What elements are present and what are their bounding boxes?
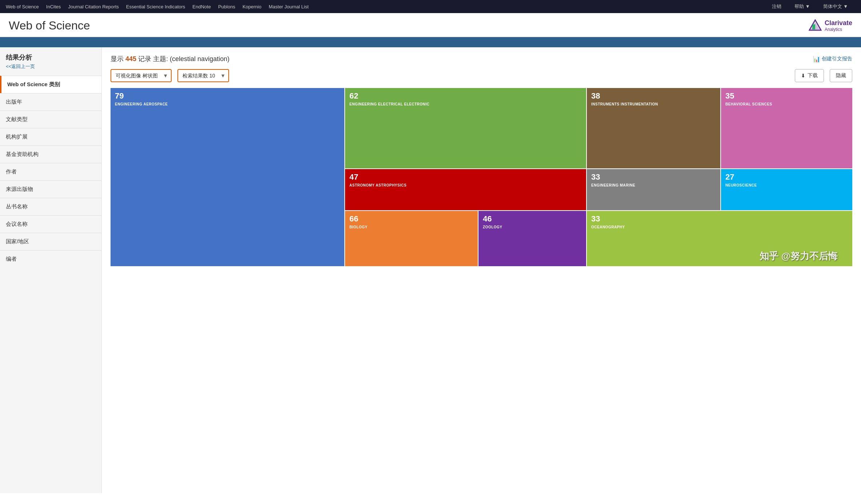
nav-journal-citation-reports[interactable]: Journal Citation Reports — [68, 4, 119, 9]
results-title: 显示 445 记录 主题: (celestial navigation) — [111, 55, 229, 63]
treemap: 79 ENGINEERING AEROSPACE 62 ENGINEERING … — [111, 88, 852, 266]
cell-label: ASTRONOMY ASTROPHYSICS — [349, 183, 582, 188]
cell-label: OCEANOGRAPHY — [591, 225, 848, 229]
visualization-dropdown[interactable]: 可视化图像 树状图 可视化图像 条形图 可视化图像 饼图 — [111, 69, 172, 82]
nav-incites[interactable]: InCites — [46, 4, 61, 9]
sidebar: 结果分析 <<返回上一页 Web of Science 类别 出版年 文献类型 … — [0, 47, 102, 493]
cell-number: 47 — [349, 173, 582, 181]
treemap-cell-engineering-marine[interactable]: 33 ENGINEERING MARINE — [587, 169, 720, 210]
treemap-cell-instruments[interactable]: 38 INSTRUMENTS INSTRUMENTATION — [587, 88, 720, 168]
page-header: Web of Science Clarivate Analytics — [0, 13, 861, 37]
nav-right-links: 注销 帮助 ▼ 简体中文 ▼ — [772, 3, 855, 10]
sidebar-item-label: 作者 — [6, 168, 17, 175]
sidebar-item-document-type[interactable]: 文献类型 — [0, 111, 101, 128]
results-suffix: 记录 主题: (celestial navigation) — [138, 55, 229, 63]
page-title: Web of Science — [9, 19, 90, 32]
top-navigation: Web of Science InCites Journal Citation … — [0, 0, 861, 13]
sidebar-item-label: 来源出版物 — [6, 186, 33, 193]
download-label: 下载 — [808, 72, 818, 79]
nav-help[interactable]: 帮助 ▼ — [794, 3, 810, 10]
sidebar-item-label: 国家/地区 — [6, 238, 29, 245]
treemap-cell-astronomy[interactable]: 47 ASTRONOMY ASTROPHYSICS — [345, 169, 586, 210]
sidebar-item-label: Web of Science 类别 — [7, 81, 60, 88]
sidebar-item-country[interactable]: 国家/地区 — [0, 233, 101, 250]
clarivate-text: Clarivate Analytics — [825, 19, 852, 32]
visualization-dropdown-wrapper: 可视化图像 树状图 可视化图像 条形图 可视化图像 饼图 ▼ — [111, 69, 172, 82]
sidebar-item-label: 基金资助机构 — [6, 151, 39, 158]
cell-label: ENGINEERING ELECTRICAL ELECTRONIC — [349, 102, 582, 107]
sidebar-back-link[interactable]: <<返回上一页 — [0, 63, 101, 76]
sidebar-item-label: 编者 — [6, 256, 17, 263]
nav-language[interactable]: 简体中文 ▼ — [823, 3, 848, 10]
main-content: 显示 445 记录 主题: (celestial navigation) 📊 创… — [102, 47, 861, 493]
cell-label: ENGINEERING AEROSPACE — [115, 102, 340, 107]
sidebar-item-label: 出版年 — [6, 99, 22, 105]
clarivate-logo-icon — [809, 19, 822, 32]
sidebar-item-author[interactable]: 作者 — [0, 163, 101, 180]
sidebar-title: 结果分析 — [0, 53, 101, 63]
cell-number: 33 — [591, 215, 848, 223]
cell-label: BEHAVIORAL SCIENCES — [725, 102, 848, 107]
sidebar-item-publication-year[interactable]: 出版年 — [0, 93, 101, 111]
clarivate-logo: Clarivate Analytics — [809, 19, 852, 32]
results-count-dropdown[interactable]: 检索结果数 5 检索结果数 10 检索结果数 25 检索结果数 50 — [177, 69, 229, 82]
cell-label: INSTRUMENTS INSTRUMENTATION — [591, 102, 716, 107]
treemap-cell-engineering-aerospace[interactable]: 79 ENGINEERING AEROSPACE — [111, 88, 344, 266]
nav-web-of-science[interactable]: Web of Science — [6, 4, 39, 9]
create-citation-report-link[interactable]: 📊 创建引文报告 — [813, 56, 852, 63]
treemap-cell-biology[interactable]: 66 BIOLOGY — [345, 211, 478, 266]
results-prefix: 显示 — [111, 55, 124, 63]
create-report-label: 创建引文报告 — [822, 56, 852, 62]
clarivate-brand: Clarivate — [825, 19, 852, 27]
nav-publons[interactable]: Publons — [218, 4, 235, 9]
nav-endnote[interactable]: EndNote — [192, 4, 211, 9]
sidebar-item-label: 会议名称 — [6, 221, 28, 228]
cell-number: 62 — [349, 92, 582, 100]
svg-rect-2 — [812, 24, 815, 29]
download-icon: ⬇ — [801, 73, 805, 79]
treemap-cell-oceanography[interactable]: 33 OCEANOGRAPHY — [587, 211, 852, 266]
sidebar-item-label: 文献类型 — [6, 116, 28, 123]
sidebar-item-wos-category[interactable]: Web of Science 类别 — [0, 76, 101, 93]
treemap-wrapper: 79 ENGINEERING AEROSPACE 62 ENGINEERING … — [111, 88, 852, 266]
cell-number: 27 — [725, 173, 848, 181]
cell-label: ZOOLOGY — [483, 225, 582, 229]
controls-row: 可视化图像 树状图 可视化图像 条形图 可视化图像 饼图 ▼ 检索结果数 5 检… — [111, 69, 852, 82]
cell-label: ENGINEERING MARINE — [591, 183, 716, 188]
clarivate-sub: Analytics — [825, 27, 852, 32]
nav-master-journal-list[interactable]: Master Journal List — [269, 4, 309, 9]
blue-divider-bar — [0, 37, 861, 47]
cell-label: BIOLOGY — [349, 225, 473, 229]
hide-button[interactable]: 隐藏 — [830, 69, 852, 82]
treemap-cell-engineering-electrical[interactable]: 62 ENGINEERING ELECTRICAL ELECTRONIC — [345, 88, 586, 168]
sidebar-item-source-publication[interactable]: 来源出版物 — [0, 180, 101, 198]
sidebar-item-label: 机构扩展 — [6, 133, 28, 140]
hide-label: 隐藏 — [836, 72, 846, 78]
cell-number: 35 — [725, 92, 848, 100]
nav-logout[interactable]: 注销 — [772, 3, 781, 10]
treemap-cell-neuroscience[interactable]: 27 NEUROSCIENCE — [721, 169, 852, 210]
sidebar-item-label: 丛书名称 — [6, 203, 28, 210]
sidebar-item-org-expanded[interactable]: 机构扩展 — [0, 128, 101, 145]
sidebar-item-editor[interactable]: 编者 — [0, 250, 101, 268]
cell-number: 33 — [591, 173, 716, 181]
treemap-cell-zoology[interactable]: 46 ZOOLOGY — [478, 211, 586, 266]
sidebar-item-funding-agency[interactable]: 基金资助机构 — [0, 145, 101, 163]
results-header: 显示 445 记录 主题: (celestial navigation) 📊 创… — [111, 55, 852, 63]
bar-chart-icon: 📊 — [813, 56, 820, 63]
cell-number: 46 — [483, 215, 582, 223]
sidebar-item-book-series[interactable]: 丛书名称 — [0, 198, 101, 215]
results-count-dropdown-wrapper: 检索结果数 5 检索结果数 10 检索结果数 25 检索结果数 50 ▼ — [177, 69, 229, 82]
sidebar-item-conference[interactable]: 会议名称 — [0, 215, 101, 233]
cell-number: 38 — [591, 92, 716, 100]
results-count: 445 — [125, 55, 136, 63]
treemap-cell-behavioral-sciences[interactable]: 35 BEHAVIORAL SCIENCES — [721, 88, 852, 168]
nav-kopernio[interactable]: Kopernio — [243, 4, 261, 9]
download-button[interactable]: ⬇ 下载 — [795, 69, 824, 82]
cell-number: 66 — [349, 215, 473, 223]
cell-label: NEUROSCIENCE — [725, 183, 848, 188]
main-layout: 结果分析 <<返回上一页 Web of Science 类别 出版年 文献类型 … — [0, 47, 861, 493]
nav-essential-science[interactable]: Essential Science Indicators — [126, 4, 185, 9]
cell-number: 79 — [115, 92, 340, 100]
